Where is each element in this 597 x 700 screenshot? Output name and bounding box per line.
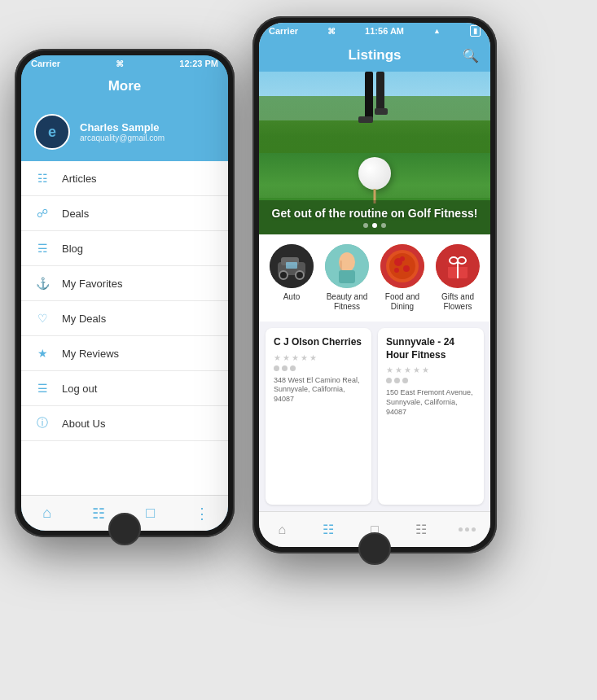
phone-right: Carrier ⌘ 11:56 AM ▲ ▮ Listings 🔍 (252, 16, 497, 553)
carrier-left: Carrier (31, 59, 60, 68)
battery-icon: ▮ (470, 25, 481, 37)
banner-dots (266, 223, 484, 228)
star-6: ★ (386, 365, 393, 374)
menu-label-articles: Articles (62, 173, 97, 185)
phone-left-home[interactable] (108, 513, 141, 545)
menu-item-mydeals[interactable]: ♡ My Deals (21, 301, 228, 336)
svg-rect-0 (365, 72, 373, 120)
menu-item-logout[interactable]: ☰ Log out (21, 371, 228, 406)
more-title: More (108, 78, 142, 94)
star-10: ★ (422, 365, 429, 374)
ldot-1 (274, 365, 279, 371)
svg-point-7 (279, 271, 288, 279)
category-food-img (380, 244, 424, 288)
star-4: ★ (301, 353, 308, 362)
star-1: ★ (274, 353, 281, 362)
menu-item-articles[interactable]: ☷ Articles (21, 161, 228, 196)
listings-screen: Carrier ⌘ 11:56 AM ▲ ▮ Listings 🔍 (259, 23, 490, 547)
listing-address-2: 150 East Fremont Avenue, Sunnyvale, Cali… (386, 388, 476, 417)
logout-icon: ☰ (34, 380, 50, 396)
status-bar-right: Carrier ⌘ 11:56 AM ▲ ▮ (259, 23, 490, 39)
menu-label-logout: Log out (62, 383, 97, 395)
category-beauty-label: Beauty and Fitness (322, 292, 372, 312)
category-food[interactable]: Food and Dining (377, 244, 428, 312)
banner-text: Get out of the routine on Golf Fitness! (266, 207, 484, 220)
menu-label-favorites: My Favorites (62, 278, 122, 290)
status-bar-left: Carrier ⌘ 12:23 PM (21, 55, 228, 72)
svg-point-20 (400, 256, 405, 261)
category-gifts[interactable]: Gifts and Flowers (432, 244, 483, 312)
dot-3 (381, 223, 386, 228)
tab-home-right[interactable]: ⌂ (259, 512, 305, 547)
listing-card-1[interactable]: C J Olson Cherries ★ ★ ★ ★ ★ (266, 328, 371, 505)
category-beauty[interactable]: Beauty and Fitness (322, 244, 372, 312)
star-8: ★ (404, 365, 411, 374)
doc-icon: ☷ (34, 170, 50, 186)
tab-dots-right[interactable] (444, 512, 490, 547)
listing-card-2[interactable]: Sunnyvale - 24 Hour Fitness ★ ★ ★ ★ ★ (378, 328, 484, 505)
menu-item-reviews[interactable]: ★ My Reviews (21, 336, 228, 371)
category-food-label: Food and Dining (377, 292, 428, 312)
more-header: More (21, 72, 228, 103)
listings-header: Listings 🔍 (259, 39, 490, 72)
categories-row: Auto Beauty and Fitness (259, 234, 490, 322)
category-auto[interactable]: Auto (266, 244, 317, 312)
more-menu: ☷ Articles ☍ Deals ☴ Blog ⚓ My Favorites (21, 161, 228, 495)
ldot-5 (394, 378, 400, 383)
bookmark-icon: ⚓ (34, 275, 50, 291)
category-gifts-img (436, 244, 480, 288)
golf-ball (358, 157, 391, 190)
svg-rect-1 (376, 72, 384, 112)
svg-rect-9 (286, 262, 297, 269)
time-left: 12:23 PM (179, 59, 218, 68)
gift-icon: ♡ (34, 310, 50, 326)
star-2: ★ (283, 353, 290, 362)
phone-left-screen: Carrier ⌘ 12:23 PM More e Charles Sample… (21, 55, 228, 531)
search-icon[interactable]: 🔍 (463, 48, 479, 63)
listing-name-2: Sunnyvale - 24 Hour Fitness (386, 336, 476, 361)
banner-overlay: Get out of the routine on Golf Fitness! (259, 200, 490, 234)
ldot-2 (282, 365, 288, 371)
svg-point-19 (394, 268, 399, 273)
more-profile[interactable]: e Charles Sample arcaquality@gmail.com (21, 103, 228, 161)
tab-extra-dots (459, 527, 476, 532)
menu-item-about[interactable]: ⓘ About Us (21, 406, 228, 441)
signal-icon: ▲ (433, 27, 441, 35)
star-icon: ★ (34, 345, 50, 361)
phone-right-home[interactable] (358, 532, 391, 565)
star-7: ★ (395, 365, 402, 374)
listings-list: C J Olson Cherries ★ ★ ★ ★ ★ (259, 322, 490, 511)
listings-banner: Get out of the routine on Golf Fitness! (259, 72, 490, 234)
listing-dots-2 (386, 378, 476, 383)
tab-list-right[interactable]: ☷ (305, 512, 352, 547)
svg-rect-2 (358, 116, 373, 123)
dot-2 (372, 223, 377, 228)
menu-item-favorites[interactable]: ⚓ My Favorites (21, 266, 228, 301)
stars-2: ★ ★ ★ ★ ★ (386, 365, 476, 374)
info-icon: ⓘ (34, 415, 50, 431)
menu-label-blog: Blog (62, 243, 83, 255)
star-3: ★ (292, 353, 299, 362)
menu-label-deals: Deals (62, 208, 89, 220)
listings-title: Listings (348, 47, 401, 63)
svg-rect-3 (375, 108, 388, 115)
menu-label-reviews: My Reviews (62, 348, 119, 360)
scene: Carrier ⌘ 12:23 PM More e Charles Sample… (0, 0, 597, 700)
menu-label-about: About Us (62, 418, 105, 430)
ldot-6 (402, 378, 408, 383)
ldot-4 (386, 378, 392, 383)
category-auto-img (270, 244, 314, 288)
category-gifts-label: Gifts and Flowers (432, 292, 483, 312)
tdot-3 (472, 527, 476, 532)
category-beauty-img (325, 244, 369, 288)
doc2-icon: ☴ (34, 240, 50, 256)
menu-item-blog[interactable]: ☴ Blog (21, 231, 228, 266)
tab-more-right[interactable]: ☷ (397, 512, 444, 547)
menu-item-deals[interactable]: ☍ Deals (21, 196, 228, 231)
wifi-right: ⌘ (327, 27, 336, 36)
tab-more-left[interactable]: ⋮ (177, 496, 229, 531)
category-auto-label: Auto (283, 292, 301, 302)
tab-home-left[interactable]: ⌂ (21, 496, 73, 531)
carrier-right: Carrier (269, 26, 298, 36)
svg-point-8 (296, 271, 304, 279)
